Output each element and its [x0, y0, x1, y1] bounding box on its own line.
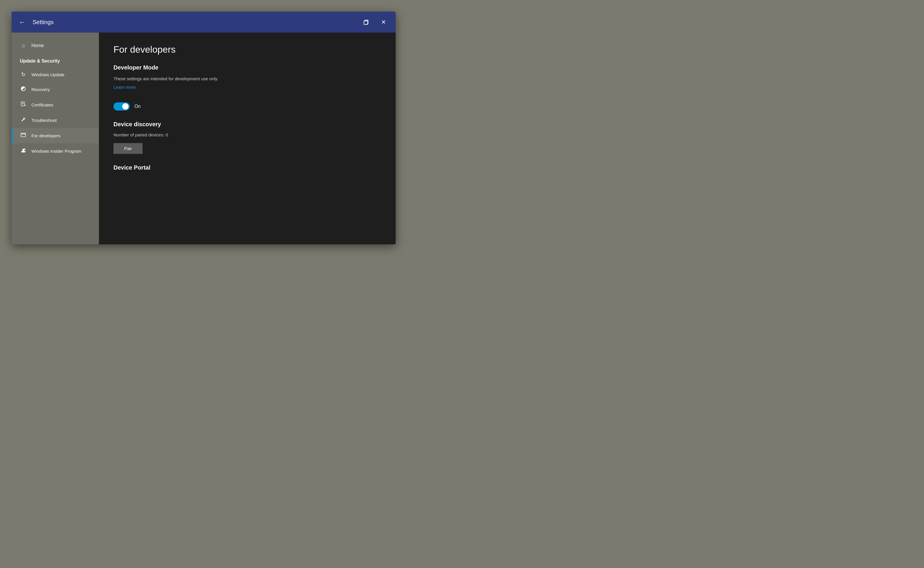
pair-button[interactable]: Pair: [113, 143, 142, 154]
developer-mode-section: Developer Mode These settings are intend…: [113, 64, 381, 110]
home-icon: ⌂: [20, 42, 27, 48]
developer-mode-toggle[interactable]: [113, 103, 130, 110]
toggle-state-label: On: [135, 104, 141, 109]
sidebar-item-troubleshoot[interactable]: Troubleshoot: [12, 113, 99, 128]
toggle-track: [113, 103, 130, 110]
device-portal-heading: Device Portal: [113, 164, 381, 171]
windows-update-label: Windows Update: [32, 72, 64, 77]
device-discovery-heading: Device discovery: [113, 121, 381, 128]
device-discovery-section: Device discovery Number of paired device…: [113, 121, 381, 154]
sidebar-item-recovery[interactable]: Recovery: [12, 82, 99, 97]
troubleshoot-icon: [20, 116, 27, 124]
sidebar-item-windows-insider[interactable]: Windows Insider Program: [12, 144, 99, 159]
content-area: For developers Developer Mode These sett…: [99, 33, 396, 244]
svg-rect-2: [21, 133, 26, 137]
close-button[interactable]: ✕: [378, 17, 389, 27]
toggle-knob: [122, 103, 129, 110]
main-area: ⌂ Home Update & Security ↻ Windows Updat…: [12, 33, 396, 244]
window-controls: ✕: [361, 17, 389, 27]
home-label: Home: [32, 43, 44, 48]
paired-devices-text: Number of paired devices: 0: [113, 132, 381, 137]
sidebar-section-title: Update & Security: [12, 53, 99, 67]
restore-icon: [363, 19, 369, 25]
titlebar: ← Settings ✕: [12, 12, 396, 33]
for-developers-label: For developers: [32, 133, 60, 138]
learn-more-link[interactable]: Learn more: [113, 85, 136, 89]
back-icon: ←: [19, 18, 26, 26]
svg-point-4: [24, 149, 25, 150]
for-developers-icon: [20, 132, 27, 139]
certificates-icon: [20, 101, 27, 109]
windows-insider-icon: [20, 148, 27, 155]
developer-mode-description: These settings are intended for developm…: [113, 76, 381, 82]
page-title: For developers: [113, 44, 381, 55]
back-button[interactable]: ←: [19, 18, 26, 26]
sidebar-item-for-developers[interactable]: For developers: [12, 128, 99, 144]
certificates-label: Certificates: [32, 103, 53, 107]
developer-mode-toggle-row: On: [113, 103, 381, 110]
windows-update-icon: ↻: [20, 71, 27, 78]
sidebar-item-windows-update[interactable]: ↻ Windows Update: [12, 67, 99, 82]
restore-button[interactable]: [361, 17, 371, 27]
device-portal-section: Device Portal: [113, 164, 381, 171]
svg-point-3: [23, 149, 24, 150]
close-icon: ✕: [381, 19, 386, 26]
sidebar: ⌂ Home Update & Security ↻ Windows Updat…: [12, 33, 99, 244]
windows-insider-label: Windows Insider Program: [32, 149, 82, 154]
sidebar-item-certificates[interactable]: Certificates: [12, 97, 99, 113]
sidebar-item-home[interactable]: ⌂ Home: [12, 38, 99, 53]
recovery-label: Recovery: [32, 87, 50, 92]
recovery-icon: [20, 86, 27, 93]
troubleshoot-label: Troubleshoot: [32, 118, 57, 123]
window-title: Settings: [33, 19, 361, 26]
settings-window: ← Settings ✕ ⌂ Home Update & Security: [12, 12, 396, 244]
developer-mode-heading: Developer Mode: [113, 64, 381, 71]
